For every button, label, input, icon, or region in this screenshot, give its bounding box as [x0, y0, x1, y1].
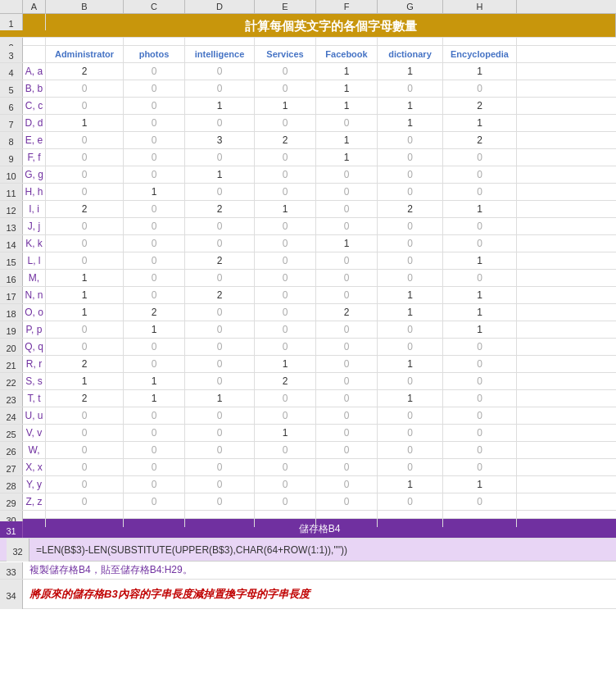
row-16: 16M, m1000000: [0, 270, 616, 287]
row-12-b: 2: [46, 201, 124, 217]
row-14-e: 0: [255, 235, 316, 252]
row-22-a: S, s: [23, 373, 46, 389]
row-22: 22S, s1102000: [0, 373, 616, 390]
row-13-b: 0: [46, 218, 124, 234]
row-17-g: 1: [378, 287, 443, 303]
row-28-f: 0: [316, 476, 378, 493]
row-19-h: 1: [443, 321, 517, 338]
row-31-num: 31: [0, 521, 23, 538]
row-11-h: 0: [443, 184, 517, 200]
row-8-e: 2: [255, 132, 316, 148]
data-rows-container: 4A, a20001115B, b00001006C, c00111127D, …: [0, 63, 616, 511]
row-10-e: 0: [255, 166, 316, 183]
row-20-c: 0: [124, 339, 185, 355]
row-30: 30: [0, 511, 616, 519]
row-14: 14K, k0000100: [0, 235, 616, 252]
row-32-num: 32: [7, 539, 29, 562]
row-13-c: 0: [124, 218, 185, 234]
row-27-h: 0: [443, 459, 517, 475]
row-11-a: H, h: [23, 184, 46, 200]
row-11-d: 0: [185, 184, 255, 200]
row-23-e: 0: [255, 390, 316, 407]
row-21-a: R, r: [23, 356, 46, 372]
row-16-e: 0: [255, 270, 316, 286]
row-18-num: 18: [0, 304, 23, 321]
row-21-num: 21: [0, 356, 23, 372]
row-25-num: 25: [0, 425, 23, 441]
copy-instruction-text: 複製儲存格B4，貼至儲存格B4:H29。: [23, 562, 199, 579]
row-4-a: A, a: [23, 63, 46, 80]
row-17-a: N, n: [23, 287, 46, 303]
row-14-a: K, k: [23, 235, 46, 252]
col-header-f: F: [316, 0, 378, 13]
row-21-g: 1: [378, 356, 443, 372]
row-16-a: M, m: [23, 270, 46, 286]
row-21-b: 2: [46, 356, 124, 372]
row-5-b: 0: [46, 80, 124, 97]
row-15-num: 15: [0, 252, 23, 269]
row-13-a: J, j: [23, 218, 46, 234]
row-27-a: X, x: [23, 459, 46, 475]
row-25: 25V, v0001000: [0, 425, 616, 442]
row-26-a: W, w: [23, 442, 46, 458]
column-headers: A B C D E F G H: [0, 0, 616, 14]
row-16-g: 0: [378, 270, 443, 286]
row-23-b: 2: [46, 390, 124, 407]
row-14-d: 0: [185, 235, 255, 252]
row-20-d: 0: [185, 339, 255, 355]
row-3: 3 Administrator photos intelligence Serv…: [0, 46, 616, 63]
row-4-c: 0: [124, 63, 185, 80]
row-10-num: 10: [0, 166, 23, 183]
row-33-num: 33: [0, 562, 23, 579]
row-24-e: 0: [255, 407, 316, 424]
row-4: 4A, a2000111: [0, 63, 616, 80]
row-9-d: 0: [185, 149, 255, 166]
row-13-f: 0: [316, 218, 378, 234]
row-24-c: 0: [124, 407, 185, 424]
row-19-a: P, p: [23, 321, 46, 338]
row-29-e: 0: [255, 493, 316, 510]
row-22-d: 0: [185, 373, 255, 389]
row-7-g: 1: [378, 115, 443, 131]
row-3-b: Administrator: [46, 46, 124, 62]
row-28-e: 0: [255, 476, 316, 493]
row-26: 26W, w0000000: [0, 442, 616, 459]
row-16-f: 0: [316, 270, 378, 286]
row-4-b: 2: [46, 63, 124, 80]
row-28: 28Y, y0000011: [0, 476, 616, 493]
row-24-d: 0: [185, 407, 255, 424]
row-19-b: 0: [46, 321, 124, 338]
row-24-g: 0: [378, 407, 443, 424]
row-27-num: 27: [0, 459, 23, 475]
row-23-f: 0: [316, 390, 378, 407]
row-26-b: 0: [46, 442, 124, 458]
col-header-e: E: [255, 0, 316, 13]
row-4-f: 1: [316, 63, 378, 80]
row-24-b: 0: [46, 407, 124, 424]
row-11: 11H, h0100000: [0, 184, 616, 201]
row-15-b: 0: [46, 252, 124, 269]
row-17-num: 17: [0, 287, 23, 303]
row-27-e: 0: [255, 459, 316, 475]
formula-bar-label: 儲存格B4: [23, 522, 616, 536]
row-25-a: V, v: [23, 425, 46, 441]
row-5-d: 0: [185, 80, 255, 97]
row-18-f: 2: [316, 304, 378, 321]
row-10-d: 1: [185, 166, 255, 183]
row-29-d: 0: [185, 493, 255, 510]
row-16-b: 1: [46, 270, 124, 286]
row-12-a: I, i: [23, 201, 46, 217]
row-9-c: 0: [124, 149, 185, 166]
row-15-h: 1: [443, 252, 517, 269]
row-25-c: 0: [124, 425, 185, 441]
row-27-d: 0: [185, 459, 255, 475]
row-9-e: 0: [255, 149, 316, 166]
row-29: 29Z, z0000000: [0, 493, 616, 511]
row-17-f: 0: [316, 287, 378, 303]
col-header-b: B: [46, 0, 124, 13]
row-17-h: 1: [443, 287, 517, 303]
row-20-b: 0: [46, 339, 124, 355]
formula-text: =LEN(B$3)-LEN(SUBSTITUTE(UPPER(B$3),CHAR…: [29, 539, 354, 561]
row-26-c: 0: [124, 442, 185, 458]
row-3-g: dictionary: [378, 46, 443, 62]
